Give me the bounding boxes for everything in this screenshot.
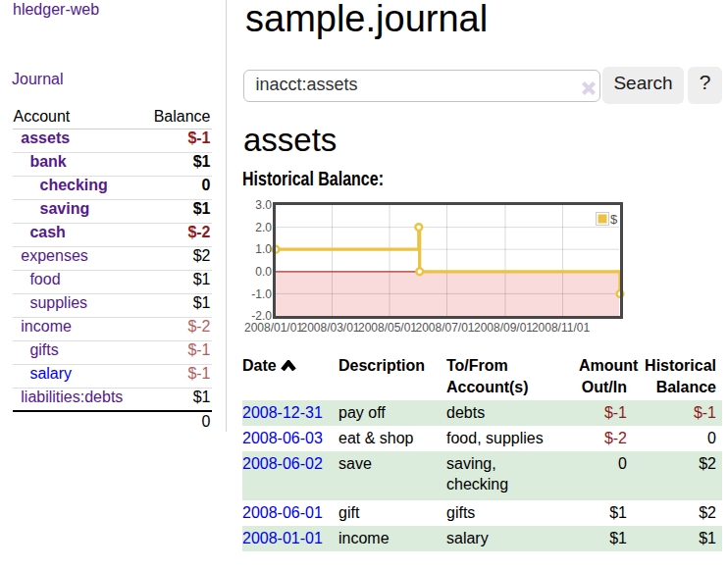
svg-text:2.0: 2.0	[255, 221, 272, 234]
svg-text:2008/05/01: 2008/05/01	[358, 321, 417, 335]
svg-text:2008/01/01: 2008/01/01	[244, 321, 303, 335]
svg-text:-1.0: -1.0	[251, 287, 272, 301]
svg-text:3.0: 3.0	[255, 198, 272, 212]
svg-text:0.0: 0.0	[255, 265, 272, 279]
svg-text:1.0: 1.0	[255, 242, 272, 256]
svg-text:2008/09/01: 2008/09/01	[474, 321, 533, 335]
svg-text:$: $	[610, 212, 618, 227]
svg-text:2008/11/01: 2008/11/01	[532, 321, 590, 335]
svg-text:2008/07/01: 2008/07/01	[415, 321, 474, 335]
svg-text:2008/03/01: 2008/03/01	[300, 321, 359, 335]
